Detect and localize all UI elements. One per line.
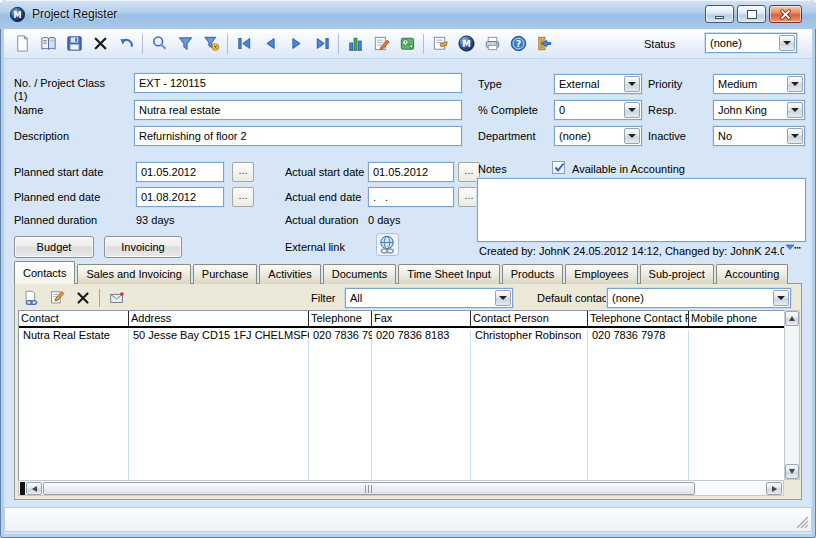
tab-sub-project[interactable]: Sub-project [640,264,714,284]
previous-record-button[interactable] [257,32,283,56]
chevron-down-icon[interactable] [787,128,803,144]
project-no-input[interactable] [134,73,462,93]
tab-sales-and-invoicing[interactable]: Sales and Invoicing [77,264,190,284]
chevron-down-icon[interactable] [787,102,803,118]
gridline [470,330,471,480]
notes-textarea[interactable] [477,178,806,242]
remove-filter-button[interactable] [198,32,224,56]
tab-accounting[interactable]: Accounting [716,264,788,284]
titlebar[interactable]: M Project Register [0,0,816,29]
planned-duration-value: 93 days [136,214,175,226]
status-label: Status [644,38,675,50]
planned-end-picker-button[interactable]: ... [232,187,254,207]
planned-end-label: Planned end date [14,191,100,203]
minimize-button[interactable] [705,5,734,23]
table-row[interactable]: Nutra Real Estate50 Jesse Bay CD15 1FJ C… [19,328,784,344]
help-button[interactable]: ? [505,32,531,56]
next-record-button[interactable] [283,32,309,56]
priority-dropdown[interactable]: Medium [713,74,805,94]
chevron-down-icon[interactable] [787,76,803,92]
horizontal-scrollbar[interactable] [18,480,784,496]
tab-contacts[interactable]: Contacts [14,261,75,284]
filter-button[interactable] [172,32,198,56]
tab-activities[interactable]: Activities [259,264,320,284]
open-register-button[interactable] [35,32,61,56]
chevron-down-icon[interactable] [624,102,640,118]
budget-button[interactable]: Budget [14,236,94,258]
column-header-fax[interactable]: Fax [372,311,471,326]
priority-value: Medium [718,78,784,90]
tab-time-sheet-input[interactable]: Time Sheet Input [398,264,499,284]
inactive-dropdown[interactable]: No [713,126,805,146]
maximize-button[interactable] [737,5,766,23]
column-header-mobile-phone[interactable]: Mobile phone [689,311,784,326]
type-dropdown[interactable]: External [554,74,642,94]
tab-purchase[interactable]: Purchase [193,264,257,284]
tab-products[interactable]: Products [502,264,563,284]
export-button[interactable] [394,32,420,56]
planned-start-input[interactable] [136,162,224,182]
mamut-home-icon: M [457,34,476,53]
complete-dropdown[interactable]: 0 [554,100,642,120]
delete-contact-button[interactable] [71,287,95,309]
actual-end-input[interactable] [368,187,454,207]
properties-button[interactable] [427,32,453,56]
default-contact-dropdown[interactable]: (none) [607,288,791,308]
checkmark-icon [553,161,566,174]
delete-button[interactable] [87,32,113,56]
edit-report-button[interactable] [368,32,394,56]
filter-dropdown[interactable]: All [345,288,513,308]
notes-expander-icon[interactable] [784,243,802,257]
link-contact-button[interactable] [19,287,43,309]
project-no-label: No. / Project Class [14,77,105,89]
scroll-up-button[interactable] [785,311,799,326]
vertical-scrollbar[interactable] [784,310,800,480]
invoicing-button[interactable]: Invoicing [104,236,182,258]
chart-button[interactable] [342,32,368,56]
tab-documents[interactable]: Documents [323,264,397,284]
resize-grip[interactable] [796,516,809,529]
description-input[interactable] [134,126,462,146]
column-split-handle[interactable] [20,482,25,495]
planned-end-input[interactable] [136,187,224,207]
chevron-down-icon[interactable] [624,76,640,92]
planned-start-picker-button[interactable]: ... [232,162,254,182]
name-input[interactable] [134,100,462,120]
scroll-right-button[interactable] [766,482,782,495]
column-header-contact[interactable]: Contact [19,311,129,326]
send-email-button[interactable] [105,287,129,309]
mamut-home-button[interactable]: M [453,32,479,56]
status-dropdown[interactable]: (none) [705,33,797,53]
print-button[interactable] [479,32,505,56]
exit-button[interactable] [531,32,557,56]
actual-start-input[interactable] [368,162,454,182]
tab-employees[interactable]: Employees [565,264,637,284]
scroll-down-button[interactable] [785,464,799,479]
available-in-accounting-checkbox[interactable] [552,161,565,174]
resp-dropdown[interactable]: John King [713,100,805,120]
undo-button[interactable] [113,32,139,56]
toolbar-separator [338,34,339,54]
save-button[interactable] [61,32,87,56]
scrollbar-thumb[interactable] [43,482,695,495]
chevron-down-icon[interactable] [624,128,640,144]
properties-icon [431,34,450,53]
main-toolbar: M ? Status (none) [4,29,812,59]
first-record-button[interactable] [231,32,257,56]
last-record-button[interactable] [309,32,335,56]
chevron-down-icon[interactable] [495,290,511,306]
close-button[interactable] [769,5,802,23]
column-header-address[interactable]: Address [129,311,309,326]
new-document-button[interactable] [9,32,35,56]
edit-contact-button[interactable] [45,287,69,309]
column-header-telephone-contact-p[interactable]: Telephone Contact P [588,311,689,326]
chevron-down-icon[interactable] [779,35,795,51]
scroll-left-button[interactable] [26,482,42,495]
search-button[interactable] [146,32,172,56]
external-link-button[interactable] [376,233,399,258]
department-dropdown[interactable]: (none) [554,126,642,146]
table-cell: 50 Jesse Bay CD15 1FJ CHELMSFOI [129,328,309,344]
column-header-contact-person[interactable]: Contact Person [471,311,588,326]
column-header-telephone[interactable]: Telephone [309,311,372,326]
chevron-down-icon[interactable] [773,290,789,306]
